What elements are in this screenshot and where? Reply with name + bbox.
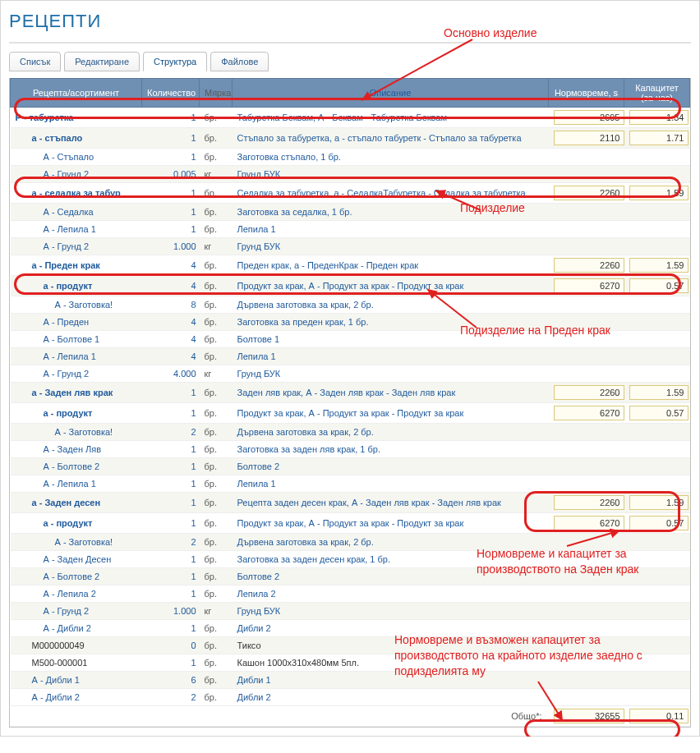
table-row: А - Грунд 24.000кгГрунд БУК	[11, 365, 690, 383]
cell-desc[interactable]: Лепила 1	[233, 348, 549, 365]
table-row: А - Заден Десен1бр.Заготовка за заден де…	[11, 551, 690, 568]
cell-norm	[549, 568, 624, 585]
cell-name[interactable]: А - Лепила 1	[11, 475, 142, 493]
tab-list[interactable]: Списък	[9, 52, 61, 71]
cell-cap: 0.57	[624, 513, 690, 534]
th-name[interactable]: Рецепта/асортимент	[11, 79, 142, 108]
cell-qty: 1	[142, 513, 200, 534]
cell-cap	[624, 314, 690, 331]
th-unit[interactable]: Мярка	[200, 79, 233, 108]
cell-desc[interactable]: Заготовка стъпало, 1 бр.	[233, 149, 549, 166]
tab-edit[interactable]: Редактиране	[64, 52, 140, 71]
cell-unit: бр.	[200, 441, 233, 458]
cell-name[interactable]: а - продукт	[11, 276, 142, 296]
cell-cap	[624, 365, 690, 383]
cell-desc[interactable]: Лепила 1	[233, 475, 549, 493]
cell-name[interactable]: А - Заден Ляв	[11, 441, 142, 458]
tab-structure[interactable]: Структура	[143, 52, 207, 71]
cell-desc[interactable]: Грунд БУК	[233, 603, 549, 620]
cell-name[interactable]: а - продукт	[11, 513, 142, 534]
cell-name[interactable]: А - Дибли 1	[11, 672, 142, 689]
cell-norm	[549, 314, 624, 331]
cell-name[interactable]: А - Преден	[11, 314, 142, 331]
cell-desc[interactable]: Продукт за крак, А - Продукт за крак - П…	[233, 403, 549, 424]
cell-name[interactable]: А - Заден Десен	[11, 551, 142, 568]
cell-desc[interactable]: Преден крак, а - ПреденКрак - Преден кра…	[233, 255, 549, 276]
table-row: M500-0000011бр.Кашон 1000х310х480мм 5пл.	[11, 654, 690, 672]
cell-desc[interactable]: Продукт за крак, А - Продукт за крак - П…	[233, 513, 549, 534]
cell-desc[interactable]: Дибли 2	[233, 689, 549, 706]
cell-name[interactable]: А - Лепила 1	[11, 221, 142, 238]
cell-name[interactable]: А - Грунд 2	[11, 238, 142, 255]
cell-name[interactable]: А - Болтове 2	[11, 568, 142, 585]
cell-cap: 1.34	[624, 108, 690, 128]
cell-desc[interactable]: Табуретка Беквам, А - Беквам - Табуретка…	[233, 108, 549, 128]
cell-name[interactable]: А - Лепила 1	[11, 348, 142, 365]
cell-desc[interactable]: Седалка за табуретка, а - СедалкаТабурет…	[233, 183, 549, 204]
cell-unit: бр.	[200, 585, 233, 603]
th-desc[interactable]: Описание	[233, 79, 549, 108]
cell-cap	[624, 637, 690, 654]
cell-desc[interactable]: Заден ляв крак, А - Заден ляв крак - Зад…	[233, 383, 549, 403]
cell-name[interactable]: А - Болтове 2	[11, 458, 142, 475]
cell-name[interactable]: А - Грунд 2	[11, 166, 142, 183]
cell-name[interactable]: А - Заготовка!	[11, 424, 142, 441]
cell-desc[interactable]: Продукт за крак, А - Продукт за крак - П…	[233, 276, 549, 296]
cell-unit: бр.	[200, 255, 233, 276]
cell-name[interactable]: А - Заготовка!	[11, 534, 142, 551]
cell-name[interactable]: а - Заден десен	[11, 493, 142, 513]
cell-name[interactable]: А - Стъпало	[11, 149, 142, 166]
cell-unit: кг	[200, 238, 233, 255]
cell-norm: 2695	[549, 108, 624, 128]
cell-cap	[624, 204, 690, 221]
cell-desc[interactable]: Дървена заготовка за крак, 2 бр.	[233, 424, 549, 441]
cell-name[interactable]: А - Болтове 1	[11, 331, 142, 348]
cell-name[interactable]: А - Лепила 2	[11, 585, 142, 603]
th-norm[interactable]: Нормовреме, s	[549, 79, 624, 108]
table-row: А - Дибли 21бр.Дибли 2	[11, 620, 690, 637]
cell-desc[interactable]: Рецепта заден десен крак, А - Заден ляв …	[233, 493, 549, 513]
cell-name[interactable]: А - Заготовка!	[11, 296, 142, 314]
cell-name[interactable]: А - Грунд 2	[11, 603, 142, 620]
cell-name[interactable]: а - Заден ляв крак	[11, 383, 142, 403]
table-row: а - продукт1бр.Продукт за крак, А - Прод…	[11, 403, 690, 424]
cell-norm	[549, 441, 624, 458]
cell-name[interactable]: а - Преден крак	[11, 255, 142, 276]
cell-name[interactable]: Р - табуретка	[11, 108, 142, 128]
cell-desc[interactable]: Заготовка за седалка, 1 бр.	[233, 204, 549, 221]
cell-desc[interactable]: Дървена заготовка за крак, 2 бр.	[233, 296, 549, 314]
cell-desc[interactable]: Болтове 2	[233, 568, 549, 585]
cell-norm: 6270	[549, 403, 624, 424]
cell-name[interactable]: а - продукт	[11, 403, 142, 424]
cell-desc[interactable]: Болтове 2	[233, 458, 549, 475]
cell-desc[interactable]: Заготовка за заден ляв крак, 1 бр.	[233, 441, 549, 458]
cell-norm: 2260	[549, 183, 624, 204]
cell-desc[interactable]: Дървена заготовка за крак, 2 бр.	[233, 534, 549, 551]
cell-desc[interactable]: Грунд БУК	[233, 166, 549, 183]
cell-desc[interactable]: Заготовка за заден десен крак, 1 бр.	[233, 551, 549, 568]
cell-name[interactable]: а - седалка за табур	[11, 183, 142, 204]
cell-norm	[549, 296, 624, 314]
cell-name[interactable]: А - Грунд 2	[11, 365, 142, 383]
cell-name[interactable]: А - Дибли 2	[11, 689, 142, 706]
page-title: РЕЦЕПТИ	[9, 6, 691, 44]
cell-name[interactable]: А - Седалка	[11, 204, 142, 221]
cell-cap	[624, 149, 690, 166]
th-qty[interactable]: Количество	[142, 79, 200, 108]
th-cap[interactable]: Капацитет (за час)	[624, 79, 690, 108]
cell-desc[interactable]: Стъпало за табуретка, а - стъпало табуре…	[233, 128, 549, 149]
cell-name[interactable]: а - стъпало	[11, 128, 142, 149]
cell-desc[interactable]: Дибли 2	[233, 620, 549, 637]
cell-desc[interactable]: Болтове 1	[233, 331, 549, 348]
cell-desc[interactable]: Дибли 1	[233, 672, 549, 689]
cell-desc[interactable]: Грунд БУК	[233, 365, 549, 383]
cell-desc[interactable]: Лепила 2	[233, 585, 549, 603]
cell-desc[interactable]: Грунд БУК	[233, 238, 549, 255]
tab-files[interactable]: Файлове	[210, 52, 269, 71]
cell-unit: бр.	[200, 108, 233, 128]
cell-name[interactable]: А - Дибли 2	[11, 620, 142, 637]
cell-qty: 4	[142, 255, 200, 276]
cell-desc[interactable]: Лепила 1	[233, 221, 549, 238]
cell-cap	[624, 689, 690, 706]
cell-desc[interactable]: Заготовка за преден крак, 1 бр.	[233, 314, 549, 331]
